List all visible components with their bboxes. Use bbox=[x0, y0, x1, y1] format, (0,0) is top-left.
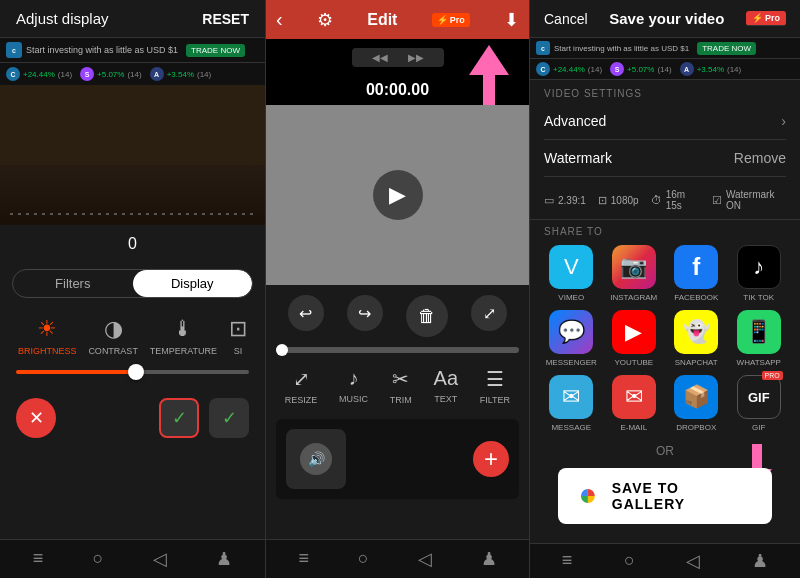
watermark-label: Watermark bbox=[544, 150, 612, 166]
add-media-button[interactable]: + bbox=[473, 441, 509, 477]
remove-watermark-button[interactable]: Remove bbox=[734, 150, 786, 166]
tiktok-label: TIK TOK bbox=[743, 293, 774, 302]
tool-si[interactable]: ⊡ SI bbox=[229, 316, 247, 356]
watermark-row[interactable]: Watermark Remove bbox=[544, 140, 786, 177]
gif-pro-badge: PRO bbox=[762, 371, 783, 380]
nav-home-icon[interactable]: ○ bbox=[93, 548, 104, 570]
share-tiktok[interactable]: ♪ TIK TOK bbox=[732, 245, 787, 302]
tool-brightness[interactable]: ☀ BRIGHTNESS bbox=[18, 316, 77, 356]
cosmos-icon-save: A bbox=[680, 62, 694, 76]
tool-contrast[interactable]: ◑ CONTRAST bbox=[88, 316, 138, 356]
duration-value: 16m 15s bbox=[666, 189, 700, 211]
share-label: SHARE TO bbox=[544, 226, 786, 237]
share-messenger[interactable]: 💬 MESSENGER bbox=[544, 310, 599, 367]
brightness-label: BRIGHTNESS bbox=[18, 346, 77, 356]
whatsapp-icon: 📱 bbox=[737, 310, 781, 354]
nav-app-icon-save[interactable]: ♟ bbox=[752, 550, 768, 572]
ticker-bar-1: C +24.44% (14) S +5.07% (14) A +3.54% (1… bbox=[0, 62, 265, 85]
resolution-info: ⊡ 1080p bbox=[598, 194, 639, 207]
cancel-button[interactable]: ✕ bbox=[16, 398, 56, 438]
video-info-bar: ▭ 2.39:1 ⊡ 1080p ⏱ 16m 15s ☑ Watermark O… bbox=[530, 181, 800, 220]
settings-icon[interactable]: ⚙ bbox=[317, 9, 333, 31]
instagram-icon: 📷 bbox=[612, 245, 656, 289]
ad-banner-1[interactable]: c Start investing with as little as USD … bbox=[0, 37, 265, 62]
watermark-status: Watermark ON bbox=[726, 189, 786, 211]
nav-app-icon-2[interactable]: ♟ bbox=[481, 548, 497, 570]
nav-back-icon-2[interactable]: ◁ bbox=[418, 548, 432, 570]
messenger-icon: 💬 bbox=[549, 310, 593, 354]
share-youtube[interactable]: ▶ YOUTUBE bbox=[607, 310, 662, 367]
solana-icon: S bbox=[80, 67, 94, 81]
video-preview-panel2[interactable]: ▶ bbox=[266, 105, 529, 285]
cosmos-icon: A bbox=[150, 67, 164, 81]
download-icon[interactable]: ⬇ bbox=[504, 10, 519, 30]
duration-info: ⏱ 16m 15s bbox=[651, 189, 700, 211]
advanced-row[interactable]: Advanced › bbox=[544, 103, 786, 140]
ticker-solana-save: S +5.07% (14) bbox=[610, 62, 672, 76]
tool-filter[interactable]: ☰ FILTER bbox=[480, 367, 510, 405]
share-instagram[interactable]: 📷 INSTAGRAM bbox=[607, 245, 662, 302]
tool-temperature[interactable]: 🌡 TEMPERATURE bbox=[150, 316, 217, 356]
temperature-icon: 🌡 bbox=[172, 316, 194, 342]
solana-icon-save: S bbox=[610, 62, 624, 76]
share-facebook[interactable]: f FACEBOOK bbox=[669, 245, 724, 302]
nav-home-icon-2[interactable]: ○ bbox=[358, 548, 369, 570]
share-whatsapp[interactable]: 📱 WHATSAPP bbox=[732, 310, 787, 367]
tab-filters[interactable]: Filters bbox=[13, 270, 133, 297]
vimeo-icon: V bbox=[549, 245, 593, 289]
reset-button[interactable]: RESET bbox=[202, 11, 249, 27]
save-to-gallery-button[interactable]: SAVE TO GALLERY bbox=[558, 468, 772, 524]
cosmos-cnt-save: (14) bbox=[727, 65, 741, 74]
editor-topbar: ‹ ⚙ Edit Pro ⬇ bbox=[266, 0, 529, 39]
tab-display[interactable]: Display bbox=[133, 270, 253, 297]
ad-banner-save[interactable]: c Start investing with as little as USD … bbox=[530, 38, 800, 59]
crypto-value: +24.44% bbox=[23, 70, 55, 79]
nav-menu-icon[interactable]: ≡ bbox=[33, 548, 44, 570]
pro-label: Pro bbox=[450, 15, 465, 25]
crypto-count: (14) bbox=[58, 70, 72, 79]
share-snapchat[interactable]: 👻 SNAPCHAT bbox=[669, 310, 724, 367]
crypto-logo: c bbox=[6, 42, 22, 58]
share-message[interactable]: ✉ MESSAGE bbox=[544, 375, 599, 432]
solana-cnt-save: (14) bbox=[657, 65, 671, 74]
tool-music[interactable]: ♪ MUSIC bbox=[339, 367, 368, 405]
redo-button[interactable]: ↪ bbox=[347, 295, 383, 331]
undo-button[interactable]: ↩ bbox=[288, 295, 324, 331]
tool-text[interactable]: Aa TEXT bbox=[434, 367, 458, 405]
share-dropbox[interactable]: 📦 DROPBOX bbox=[669, 375, 724, 432]
confirm-button-2[interactable]: ✓ bbox=[209, 398, 249, 438]
check-icon-2: ✓ bbox=[222, 407, 237, 429]
cancel-text[interactable]: Cancel bbox=[544, 11, 588, 27]
share-vimeo[interactable]: V VIMEO bbox=[544, 245, 599, 302]
share-gif[interactable]: GIF PRO GIF bbox=[732, 375, 787, 432]
nav-home-icon-save[interactable]: ○ bbox=[624, 550, 635, 572]
nav-bar-save: ≡ ○ ◁ ♟ bbox=[530, 543, 800, 578]
pro-label-save: Pro bbox=[765, 13, 780, 23]
nav-menu-icon-save[interactable]: ≡ bbox=[562, 550, 573, 572]
editor-timeline[interactable] bbox=[276, 347, 519, 353]
audio-thumb[interactable]: 🔊 bbox=[286, 429, 346, 489]
tool-trim[interactable]: ✂ TRIM bbox=[390, 367, 412, 405]
confirm-button-1[interactable]: ✓ bbox=[159, 398, 199, 438]
tool-resize[interactable]: ⤢ RESIZE bbox=[285, 367, 318, 405]
nav-app-icon[interactable]: ♟ bbox=[216, 548, 232, 570]
nav-back-icon[interactable]: ◁ bbox=[153, 548, 167, 570]
ticker-solana: S +5.07% (14) bbox=[80, 67, 142, 81]
ticker-bar-save: C +24.44% (14) S +5.07% (14) A +3.54% (1… bbox=[530, 59, 800, 80]
brightness-slider[interactable] bbox=[0, 364, 265, 384]
play-button[interactable]: ▶ bbox=[373, 170, 423, 220]
fullscreen-button[interactable]: ⤢ bbox=[471, 295, 507, 331]
delete-button[interactable]: 🗑 bbox=[406, 295, 448, 337]
ratio-value: 2.39:1 bbox=[558, 195, 586, 206]
messenger-label: MESSENGER bbox=[546, 358, 597, 367]
dropbox-icon: 📦 bbox=[674, 375, 718, 419]
nav-menu-icon-2[interactable]: ≡ bbox=[298, 548, 309, 570]
back-button[interactable]: ‹ bbox=[276, 8, 283, 31]
trade-button-save[interactable]: TRADE NOW bbox=[697, 42, 756, 55]
nav-back-icon-save[interactable]: ◁ bbox=[686, 550, 700, 572]
trade-button[interactable]: TRADE NOW bbox=[186, 44, 245, 57]
share-email[interactable]: ✉ E-MAIL bbox=[607, 375, 662, 432]
dropbox-label: DROPBOX bbox=[676, 423, 716, 432]
editor-controls: ↩ ↪ 🗑 ⤢ bbox=[266, 285, 529, 347]
crypto-logo-save: c bbox=[536, 41, 550, 55]
